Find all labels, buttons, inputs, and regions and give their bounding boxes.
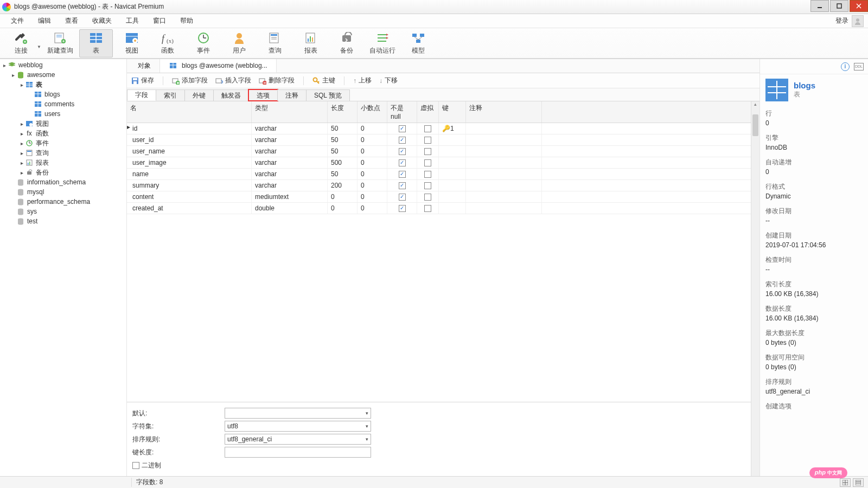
main-toolbar: 连接▼新建查询表视图f(x)函数事件用户查询报表备份自动运行模型: [0, 28, 868, 59]
ribbon-report-button[interactable]: 报表: [294, 29, 328, 57]
ribbon-model-button[interactable]: 模型: [401, 29, 435, 57]
model-icon: [411, 31, 425, 45]
backup-icon: [340, 31, 354, 45]
menu-window[interactable]: 窗口: [146, 14, 173, 28]
svg-point-27: [237, 33, 242, 38]
query-icon: [268, 31, 282, 45]
svg-text:(x): (x): [167, 37, 174, 44]
menu-edit[interactable]: 编辑: [31, 14, 58, 28]
svg-rect-29: [271, 34, 277, 36]
menu-view[interactable]: 查看: [59, 14, 85, 28]
menu-tools[interactable]: 工具: [119, 14, 145, 28]
connect-icon: [14, 31, 28, 45]
svg-rect-34: [310, 36, 311, 42]
svg-rect-1: [837, 4, 841, 8]
menu-favorites[interactable]: 收藏夹: [86, 14, 118, 28]
window-maximize-button[interactable]: [830, 0, 848, 12]
report-icon: [304, 31, 318, 45]
window-titlebar: blogs @awesome (webblog) - 表 - Navicat P…: [0, 0, 868, 14]
svg-line-43: [414, 37, 418, 40]
ribbon-user-button[interactable]: 用户: [222, 29, 256, 57]
user-avatar-icon[interactable]: [852, 15, 864, 27]
ribbon-view-button[interactable]: 视图: [115, 29, 149, 57]
app-icon: [2, 3, 11, 11]
user-icon: [232, 31, 246, 45]
menu-help[interactable]: 帮助: [174, 14, 200, 28]
svg-line-44: [418, 37, 422, 40]
function-icon: f(x): [161, 31, 175, 45]
new-query-icon: [53, 31, 67, 45]
table-icon: [89, 31, 103, 45]
svg-rect-33: [308, 38, 309, 42]
menu-bar: 文件 编辑 查看 收藏夹 工具 窗口 帮助 登录: [0, 14, 868, 28]
login-link[interactable]: 登录: [835, 16, 848, 25]
ribbon-new-query-button[interactable]: 新建查询: [43, 29, 77, 57]
svg-text:f: f: [162, 33, 166, 44]
ribbon-table-button[interactable]: 表: [79, 29, 113, 57]
svg-rect-42: [416, 40, 420, 43]
event-icon: [196, 31, 210, 45]
window-close-button[interactable]: [850, 0, 868, 12]
svg-rect-40: [412, 34, 417, 37]
automation-icon: [375, 31, 390, 45]
ribbon-connect-button[interactable]: 连接: [4, 29, 38, 57]
svg-point-21: [134, 40, 136, 42]
svg-rect-41: [420, 34, 424, 37]
menu-file[interactable]: 文件: [4, 14, 30, 28]
svg-rect-35: [312, 37, 313, 42]
ribbon-query-button[interactable]: 查询: [258, 29, 292, 57]
window-minimize-button[interactable]: [810, 0, 829, 12]
ribbon-backup-button[interactable]: 备份: [330, 29, 363, 57]
dropdown-caret-icon[interactable]: ▼: [37, 44, 41, 49]
ribbon-function-button[interactable]: f(x)函数: [151, 29, 184, 57]
window-title: blogs @awesome (webblog) - 表 - Navicat P…: [14, 2, 866, 11]
svg-point-4: [856, 18, 859, 22]
view-icon: [125, 31, 139, 45]
ribbon-event-button[interactable]: 事件: [187, 29, 220, 57]
ribbon-automation-button[interactable]: 自动运行: [366, 29, 399, 57]
